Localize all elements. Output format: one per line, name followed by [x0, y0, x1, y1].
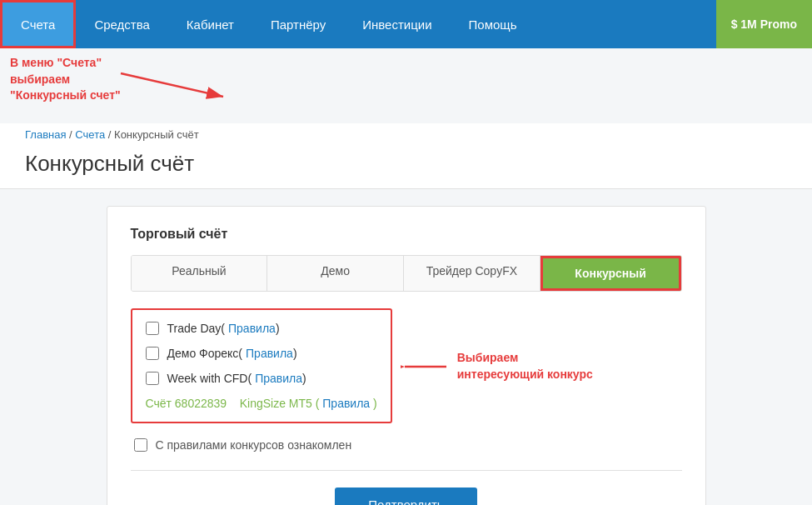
contest-checkbox-weekcfd[interactable] — [146, 372, 159, 385]
account-number: Счёт 68022839 — [146, 397, 227, 410]
breadcrumb-accounts[interactable]: Счета — [75, 128, 105, 141]
contest-item-weekcfd: Week with CFD ( Правила ) — [146, 372, 377, 385]
right-arrow-svg — [401, 354, 451, 379]
right-annotation: Выбираем интересующий конкурс — [401, 350, 593, 382]
page-title-area: Конкурсный счёт — [0, 144, 812, 189]
contest-checkbox-demoforex[interactable] — [146, 347, 159, 360]
account-tabs: Реальный Демо Трейдер CopyFX Конкурсный — [131, 255, 682, 292]
breadcrumb-current: Конкурсный счёт — [114, 128, 199, 141]
agree-label: С правилами конкурсов ознакомлен — [156, 438, 352, 452]
main-content: Торговый счёт Реальный Демо Трейдер Copy… — [0, 189, 812, 505]
trading-account-card: Торговый счёт Реальный Демо Трейдер Copy… — [107, 206, 706, 505]
contest-item-demoforex: Демо Форекс ( Правила ) — [146, 347, 377, 360]
main-header: Счета Средства Кабинет Партнёру Инвестиц… — [0, 0, 812, 48]
contest-label-demoforex: Демо Форекс — [167, 347, 239, 360]
tab-contest[interactable]: Конкурсный — [541, 256, 681, 291]
contest-label-tradeday: Trade Day — [167, 322, 222, 335]
contest-rules-demoforex[interactable]: Правила — [246, 347, 293, 360]
contest-kingsize-name: KingSize MT5 — [240, 397, 312, 410]
tab-copyfx[interactable]: Трейдер CopyFX — [404, 256, 541, 291]
nav-cabinet[interactable]: Кабинет — [168, 0, 252, 48]
agree-row: С правилами конкурсов ознакомлен — [131, 438, 682, 452]
page-title: Конкурсный счёт — [25, 151, 787, 177]
breadcrumb: Главная / Счета / Конкурсный счёт — [0, 123, 812, 144]
nav-funds[interactable]: Средства — [76, 0, 167, 48]
main-nav: Счета Средства Кабинет Партнёру Инвестиц… — [0, 0, 716, 48]
nav-partner[interactable]: Партнёру — [252, 0, 344, 48]
top-annotation-text: В меню "Счета" выбираем "Конкурсный счет… — [10, 55, 121, 104]
account-line: Счёт 68022839 KingSize MT5 ( Правила ) — [146, 397, 377, 410]
nav-help[interactable]: Помощь — [451, 0, 536, 48]
contest-rules-weekcfd[interactable]: Правила — [255, 372, 302, 385]
contest-rules-kingsize[interactable]: Правила — [322, 397, 370, 410]
confirm-button[interactable]: Подтвердить — [335, 488, 476, 505]
contest-checkbox-tradeday[interactable] — [146, 322, 159, 335]
contest-rules-tradeday[interactable]: Правила — [228, 322, 276, 335]
agree-checkbox[interactable] — [134, 438, 147, 452]
contest-list: Trade Day ( Правила ) Демо Форекс ( Прав… — [131, 308, 392, 423]
promo-button[interactable]: $ 1M Promo — [716, 0, 812, 48]
breadcrumb-home[interactable]: Главная — [25, 128, 66, 141]
nav-invest[interactable]: Инвестиции — [344, 0, 450, 48]
confirm-btn-wrap: Подтвердить — [131, 488, 682, 505]
contest-label-weekcfd: Week with CFD — [167, 372, 248, 385]
contest-section: Trade Day ( Правила ) Демо Форекс ( Прав… — [131, 308, 682, 438]
card-title: Торговый счёт — [131, 227, 682, 242]
top-arrow-svg — [0, 48, 812, 123]
svg-line-1 — [121, 73, 223, 97]
right-annotation-text: Выбираем интересующий конкурс — [457, 350, 593, 382]
tab-real[interactable]: Реальный — [132, 256, 268, 291]
nav-accounts[interactable]: Счета — [0, 0, 76, 48]
top-annotation-area: В меню "Счета" выбираем "Конкурсный счет… — [0, 48, 812, 123]
divider — [131, 470, 682, 471]
page-header-area: Главная / Счета / Конкурсный счёт Конкур… — [0, 123, 812, 189]
contest-item-tradeday: Trade Day ( Правила ) — [146, 322, 377, 335]
tab-demo[interactable]: Демо — [267, 256, 404, 291]
